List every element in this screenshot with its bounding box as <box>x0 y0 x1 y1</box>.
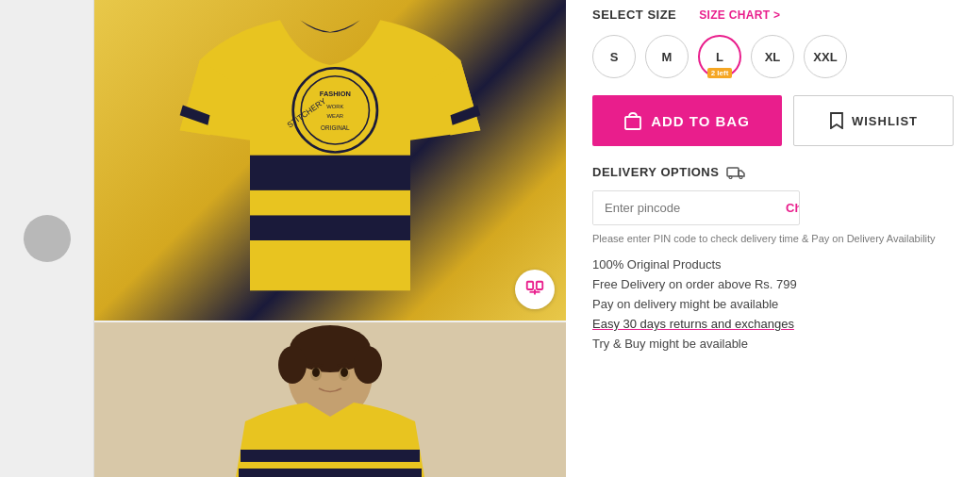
svg-rect-23 <box>625 117 640 129</box>
size-badge-l: 2 left <box>707 68 733 78</box>
svg-point-26 <box>739 175 742 178</box>
svg-rect-9 <box>527 282 533 289</box>
svg-point-17 <box>278 346 307 384</box>
pincode-row: Check <box>592 190 800 225</box>
svg-point-22 <box>341 368 348 377</box>
truck-icon <box>726 166 745 179</box>
svg-text:ORIGINAL: ORIGINAL <box>321 124 350 131</box>
svg-text:FASHION: FASHION <box>320 90 351 98</box>
info-item-4: Try & Buy might be available <box>592 337 954 351</box>
svg-rect-24 <box>727 168 739 176</box>
check-button[interactable]: Check <box>774 191 800 224</box>
info-item-2: Pay on delivery might be available <box>592 297 954 311</box>
compare-button[interactable] <box>515 270 555 309</box>
info-item-0: 100% Original Products <box>592 257 954 271</box>
pincode-input[interactable] <box>593 191 774 224</box>
svg-point-21 <box>312 368 320 377</box>
svg-point-18 <box>354 346 382 384</box>
size-btn-s[interactable]: S <box>592 35 636 78</box>
size-btn-m[interactable]: M <box>645 35 689 78</box>
size-options: S M L 2 left XL XXL <box>592 35 954 78</box>
product-image-bottom <box>94 322 566 477</box>
size-chart-link[interactable]: SIZE CHART > <box>699 8 780 22</box>
delivery-note: Please enter PIN code to check delivery … <box>592 233 954 244</box>
product-image-panel: FASHION WORK WEAR ORIGINAL STITCHERY <box>94 0 566 477</box>
bag-icon <box>624 111 641 130</box>
shirt-graphic: FASHION WORK WEAR ORIGINAL STITCHERY <box>94 0 566 321</box>
info-item-1: Free Delivery on order above Rs. 799 <box>592 277 954 291</box>
wishlist-button[interactable]: WISHLIST <box>793 95 954 146</box>
delivery-options-label: DELIVERY OPTIONS <box>592 165 954 179</box>
add-to-bag-button[interactable]: ADD TO BAG <box>592 95 782 146</box>
action-buttons: ADD TO BAG WISHLIST <box>592 95 954 146</box>
info-item-3-returns[interactable]: Easy 30 days returns and exchanges <box>592 317 954 331</box>
svg-text:WEAR: WEAR <box>327 113 344 119</box>
product-options-panel: SELECT SIZE SIZE CHART > S M L 2 left XL… <box>566 0 980 477</box>
svg-rect-0 <box>250 156 410 190</box>
size-btn-xxl[interactable]: XXL <box>804 35 847 78</box>
left-thumbnail-strip <box>0 0 94 477</box>
size-btn-xl[interactable]: XL <box>751 35 794 78</box>
bookmark-icon <box>829 112 844 129</box>
svg-rect-1 <box>250 215 410 240</box>
thumbnail-circle <box>24 215 71 262</box>
product-image-top: FASHION WORK WEAR ORIGINAL STITCHERY <box>94 0 566 321</box>
info-list: 100% Original Products Free Delivery on … <box>592 257 954 351</box>
svg-point-25 <box>729 175 732 178</box>
select-size-label: SELECT SIZE <box>592 8 676 22</box>
svg-rect-10 <box>537 282 542 289</box>
model-image <box>94 322 566 477</box>
svg-text:WORK: WORK <box>326 104 343 109</box>
size-header: SELECT SIZE SIZE CHART > <box>592 8 954 22</box>
size-btn-l[interactable]: L 2 left <box>698 35 741 78</box>
